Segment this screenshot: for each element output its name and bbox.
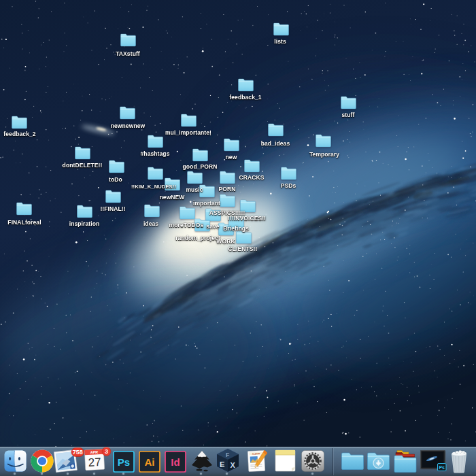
svg-text:Ps: Ps [439, 465, 445, 470]
svg-text:E: E [220, 460, 224, 469]
svg-text:758: 758 [73, 449, 83, 456]
svg-text:27: 27 [88, 456, 101, 469]
svg-text:APR: APR [90, 450, 98, 455]
svg-text:3: 3 [105, 448, 108, 455]
svg-text:Ai: Ai [145, 456, 155, 468]
svg-text:X: X [231, 461, 236, 469]
svg-text:Id: Id [171, 456, 180, 468]
svg-text:ALBUM: ALBUM [252, 452, 260, 456]
svg-text:F: F [226, 452, 229, 458]
svg-text:Ps: Ps [118, 456, 130, 468]
